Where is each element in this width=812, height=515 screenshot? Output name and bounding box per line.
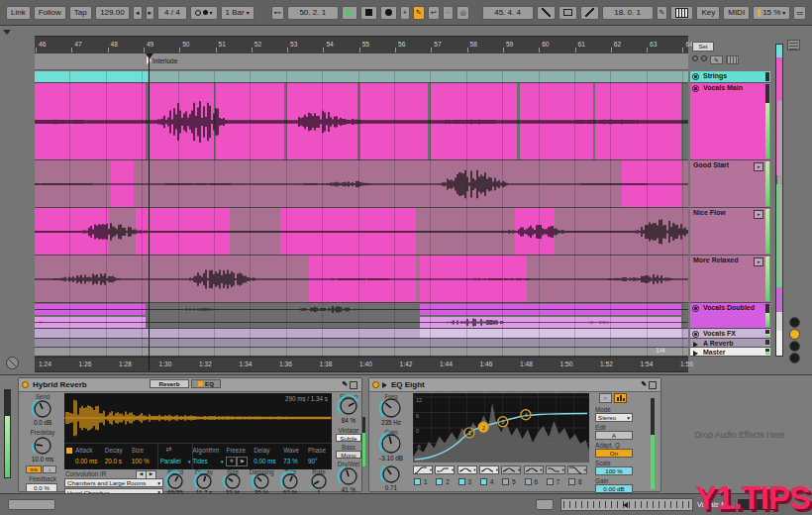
track-header-more-relaxed[interactable]: ▸More Relaxed bbox=[690, 256, 770, 303]
returns-toggle-icon[interactable] bbox=[701, 55, 707, 61]
clip-lane-vocals-doubled[interactable] bbox=[35, 303, 688, 329]
side-button-1[interactable] bbox=[789, 317, 800, 328]
clip-lane-vocals-main[interactable] bbox=[35, 83, 688, 160]
re-enable-automation-button[interactable]: ↩ bbox=[428, 6, 440, 20]
device-on-icon[interactable] bbox=[372, 381, 379, 388]
side-button-4[interactable] bbox=[789, 353, 800, 363]
device-on-icon[interactable] bbox=[22, 381, 29, 388]
band-on-checkbox[interactable] bbox=[568, 478, 575, 485]
overview-menu-icon[interactable] bbox=[787, 40, 800, 51]
ir-category-dropdown[interactable]: Chambers and Large Rooms bbox=[64, 478, 163, 487]
locator-lane[interactable]: Interlude bbox=[35, 53, 688, 70]
cpu-meter[interactable]: 15 %▾ bbox=[753, 6, 790, 20]
band-filter-type-dropdown[interactable]: ▾ bbox=[435, 465, 455, 474]
unfold-track-icon[interactable]: ▸ bbox=[754, 258, 763, 266]
wave-param[interactable]: Wave73 % bbox=[283, 444, 308, 469]
band-filter-type-dropdown[interactable]: ▾ bbox=[413, 465, 433, 474]
clip-lane-a-reverb[interactable] bbox=[35, 339, 688, 348]
clip-canvas[interactable] bbox=[35, 71, 688, 357]
io-toggle-icon[interactable] bbox=[692, 55, 698, 61]
eq-spectrum-display[interactable]: 1260-6-121234 bbox=[413, 393, 589, 463]
track-activator-icon[interactable] bbox=[692, 305, 699, 312]
session-record-button[interactable]: ◎ bbox=[457, 6, 468, 20]
playhead[interactable] bbox=[149, 53, 150, 370]
band-filter-type-dropdown[interactable]: ▾ bbox=[501, 465, 521, 474]
save-preset-icon[interactable] bbox=[649, 381, 657, 389]
band-filter-type-dropdown[interactable]: ▾ bbox=[479, 465, 499, 474]
tab-reverb[interactable]: Reverb bbox=[150, 379, 189, 388]
device-drop-zone[interactable]: Drop Audio Effects Here bbox=[669, 377, 810, 492]
link-button[interactable]: Link bbox=[6, 6, 31, 20]
track-header-vocals-doubled[interactable]: Vocals Doubled bbox=[690, 303, 770, 329]
track-activator-icon[interactable] bbox=[692, 331, 699, 338]
band-on-checkbox[interactable] bbox=[414, 478, 421, 485]
unfold-track-icon[interactable]: ▸ bbox=[754, 162, 763, 171]
decay-param[interactable]: Decay20.0 s bbox=[105, 444, 132, 469]
algorithm-selector[interactable]: AlgorithmTides▾ bbox=[193, 444, 227, 469]
save-preset-icon[interactable] bbox=[350, 381, 357, 389]
record-button[interactable] bbox=[380, 6, 397, 20]
automation-arm-button[interactable]: ✎ bbox=[413, 6, 425, 20]
mode-dropdown[interactable]: Stereo bbox=[595, 413, 633, 422]
unfold-track-icon[interactable]: ▸ bbox=[754, 210, 763, 219]
midi-map-button[interactable]: MIDI bbox=[723, 6, 750, 20]
midi-overdub-button[interactable]: + bbox=[400, 6, 410, 20]
back-to-arrangement-button[interactable]: ⊷ bbox=[271, 6, 284, 20]
audio-clip[interactable] bbox=[420, 329, 681, 338]
clip-lane-more-relaxed[interactable] bbox=[35, 256, 688, 303]
clip-lane-vocals-fx[interactable] bbox=[35, 329, 688, 339]
loop-start-field[interactable]: 45. 4. 4 bbox=[482, 6, 534, 20]
track-header-good-start[interactable]: ▸Good Start bbox=[690, 160, 770, 208]
tempo-field[interactable]: 129.00 bbox=[95, 6, 130, 20]
hotswap-icon[interactable]: ✎ bbox=[641, 380, 647, 388]
follow-toggle-icon[interactable] bbox=[6, 357, 19, 369]
spectrum-toggle-button[interactable] bbox=[614, 393, 627, 403]
draw-mode-button[interactable]: ✎ bbox=[657, 6, 668, 20]
vertical-scrollbar[interactable] bbox=[777, 100, 782, 283]
predelay-ms-toggle[interactable]: ms bbox=[26, 465, 42, 473]
predelay-knob[interactable] bbox=[31, 434, 54, 462]
output-gain-value[interactable]: 0.00 dB bbox=[595, 484, 633, 493]
track-header-vocals-main[interactable]: Vocals Main bbox=[690, 83, 770, 160]
clip-overview-zoom-button[interactable] bbox=[536, 499, 554, 510]
hybrid-reverb-titlebar[interactable]: Hybrid Reverb Reverb EQ ✎ bbox=[19, 378, 361, 392]
send-knob[interactable] bbox=[31, 397, 54, 425]
track-header-master[interactable]: Master bbox=[690, 348, 770, 357]
key-map-button[interactable]: Key bbox=[696, 6, 720, 20]
capture-midi-button[interactable]: ⁘ bbox=[443, 6, 455, 20]
clip-lane-good-start[interactable] bbox=[35, 160, 688, 208]
track-activator-icon[interactable] bbox=[692, 73, 699, 80]
hotswap-icon[interactable]: ✎ bbox=[342, 380, 348, 388]
punch-out-button[interactable] bbox=[580, 6, 599, 20]
band-filter-type-dropdown[interactable]: ▾ bbox=[546, 465, 565, 474]
loop-button[interactable] bbox=[558, 6, 577, 20]
tap-tempo-button[interactable]: Tap bbox=[69, 6, 92, 20]
track-fold-icon[interactable] bbox=[693, 351, 698, 357]
freeze-button[interactable]: ❄ bbox=[226, 457, 237, 466]
side-button-3[interactable] bbox=[789, 341, 800, 352]
band-on-checkbox[interactable] bbox=[502, 478, 509, 485]
freq-knob[interactable] bbox=[378, 395, 404, 425]
bar-ruler[interactable]: 46474849505152535455565758596061626364 bbox=[35, 36, 688, 54]
drywet-knob[interactable] bbox=[337, 464, 360, 492]
disk-overload-indicator[interactable]: ▭ bbox=[793, 6, 806, 20]
computer-midi-keyboard-button[interactable] bbox=[670, 6, 693, 20]
stop-button[interactable] bbox=[360, 6, 377, 20]
clip-overview-strip[interactable] bbox=[560, 498, 693, 511]
track-header-vocals-fx[interactable]: Vocals FX bbox=[690, 329, 770, 339]
nudge-down-button[interactable]: ◂ bbox=[133, 6, 143, 20]
band-on-checkbox[interactable] bbox=[547, 478, 554, 485]
routing-selector[interactable]: ⇄Parallel▾ bbox=[158, 444, 193, 469]
ir-on-checkbox[interactable] bbox=[66, 448, 72, 454]
unfold-device-icon[interactable] bbox=[382, 382, 387, 388]
edit-ab-button[interactable]: A bbox=[595, 431, 633, 440]
band-filter-type-dropdown[interactable]: ▾ bbox=[567, 465, 587, 474]
adapt-q-button[interactable]: On bbox=[595, 449, 633, 458]
size-param[interactable]: Size100 % bbox=[132, 444, 158, 469]
vintage-selector[interactable]: Subtle bbox=[336, 434, 361, 442]
bass-mono-button[interactable]: Mono bbox=[336, 451, 361, 459]
eq-eight-titlebar[interactable]: EQ Eight ✎ bbox=[369, 378, 660, 392]
scale-value[interactable]: 100 % bbox=[595, 466, 633, 475]
ir-waveform-display[interactable]: 290 ms / 1.34 s bbox=[64, 393, 332, 443]
track-header-strings[interactable]: Strings bbox=[690, 71, 770, 83]
